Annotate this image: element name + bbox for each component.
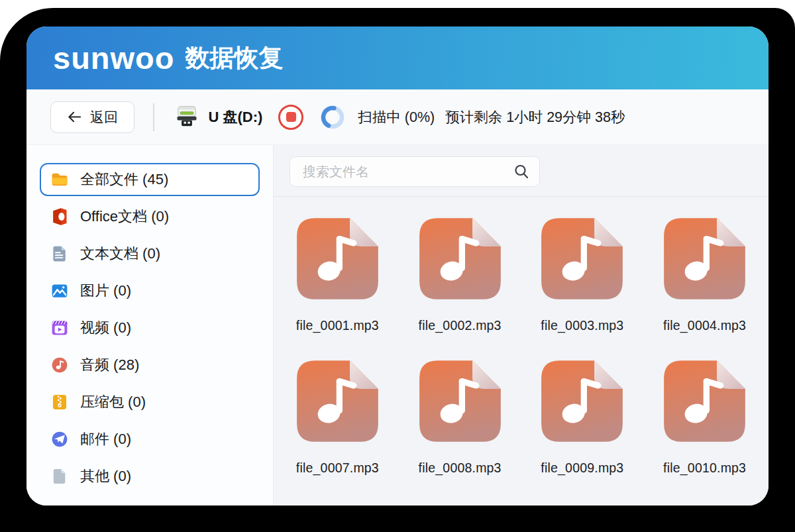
office-logo-icon <box>50 207 69 226</box>
scan-progress-text: 扫描中 (0%) <box>358 107 435 127</box>
audio-icon <box>50 356 69 374</box>
file-name: file_0008.mp3 <box>419 460 502 476</box>
audio-file-icon <box>292 213 383 304</box>
file-card[interactable]: file_0001.mp3 <box>276 213 398 333</box>
file-card[interactable]: file_0003.mp3 <box>521 213 643 333</box>
drive-label: U 盘(D:) <box>209 107 263 127</box>
stop-scan-button[interactable] <box>278 105 303 130</box>
archive-icon <box>50 393 69 411</box>
search-row <box>274 145 768 197</box>
file-name: file_0003.mp3 <box>541 318 623 333</box>
audio-file-icon <box>415 213 505 304</box>
video-icon <box>50 319 69 337</box>
content-area: 全部文件 (45) Office文档 (0) 文本文档 (0) 图片 (0) <box>26 145 768 505</box>
other-file-icon <box>50 467 69 486</box>
mail-icon <box>50 430 69 449</box>
sidebar-item-text-docs[interactable]: 文本文档 (0) <box>40 237 260 270</box>
file-card[interactable]: file_0002.mp3 <box>399 213 521 333</box>
sidebar-item-label: 其他 (0) <box>80 466 131 486</box>
toolbar: 返回 U 盘(D:) <box>26 89 768 145</box>
search-input[interactable] <box>301 164 513 180</box>
file-name: file_0001.mp3 <box>296 318 379 333</box>
sidebar-item-all-files[interactable]: 全部文件 (45) <box>40 163 260 196</box>
left-arrow-icon <box>67 109 82 125</box>
brand-logo: sunwoo <box>53 42 175 74</box>
audio-file-icon <box>415 356 505 447</box>
text-document-icon <box>50 244 69 263</box>
sidebar-item-archives[interactable]: 压缩包 (0) <box>40 386 260 419</box>
audio-file-icon <box>537 356 627 447</box>
sidebar-item-others[interactable]: 其他 (0) <box>40 460 260 493</box>
usb-drive-icon <box>173 103 201 131</box>
drive-selector[interactable]: U 盘(D:) <box>173 103 263 131</box>
scan-status: 扫描中 (0%) 预计剩余 1小时 29分钟 38秒 <box>358 107 625 127</box>
sidebar-item-label: 压缩包 (0) <box>80 392 146 412</box>
sidebar-item-label: 图片 (0) <box>80 281 131 301</box>
file-grid: file_0001.mp3 file_0002.mp3 <box>274 197 768 505</box>
stop-icon <box>286 112 296 122</box>
toolbar-divider <box>153 103 154 131</box>
folder-icon <box>50 170 69 189</box>
search-bar[interactable] <box>290 156 540 187</box>
app-title: 数据恢复 <box>186 46 284 70</box>
sidebar-item-label: 视频 (0) <box>80 318 131 338</box>
file-name: file_0002.mp3 <box>419 318 502 333</box>
sidebar-item-videos[interactable]: 视频 (0) <box>40 311 260 345</box>
scan-spinner-icon <box>321 105 344 129</box>
file-name: file_0009.mp3 <box>541 460 623 476</box>
file-name: file_0007.mp3 <box>296 460 379 476</box>
sidebar-item-images[interactable]: 图片 (0) <box>40 274 260 307</box>
main-panel: file_0001.mp3 file_0002.mp3 <box>274 145 768 505</box>
app-window: sunwoo 数据恢复 返回 U 盘(D <box>26 27 768 505</box>
file-card[interactable]: file_0004.mp3 <box>644 213 766 333</box>
sidebar-item-label: 文本文档 (0) <box>80 244 160 264</box>
sidebar-item-office-docs[interactable]: Office文档 (0) <box>40 200 260 233</box>
audio-file-icon <box>292 356 383 447</box>
image-icon <box>50 282 69 300</box>
file-name: file_0010.mp3 <box>663 460 746 476</box>
search-icon[interactable] <box>513 163 530 180</box>
file-card[interactable]: file_0008.mp3 <box>399 356 521 476</box>
app-header: sunwoo 数据恢复 <box>26 27 768 89</box>
sidebar-item-label: Office文档 (0) <box>80 207 169 227</box>
audio-file-icon <box>659 356 750 447</box>
scan-eta-text: 预计剩余 1小时 29分钟 38秒 <box>445 107 625 127</box>
file-card[interactable]: file_0009.mp3 <box>521 356 643 476</box>
file-card[interactable]: file_0007.mp3 <box>276 356 398 476</box>
sidebar-item-mail[interactable]: 邮件 (0) <box>40 423 260 456</box>
back-button-label: 返回 <box>90 108 118 127</box>
audio-file-icon <box>537 213 627 304</box>
back-button[interactable]: 返回 <box>50 101 134 133</box>
file-name: file_0004.mp3 <box>663 318 746 333</box>
sidebar-item-audio[interactable]: 音频 (28) <box>40 348 260 382</box>
audio-file-icon <box>659 213 750 304</box>
sidebar: 全部文件 (45) Office文档 (0) 文本文档 (0) 图片 (0) <box>26 145 274 505</box>
sidebar-item-label: 音频 (28) <box>80 355 139 375</box>
file-card[interactable]: file_0010.mp3 <box>644 356 766 476</box>
sidebar-item-label: 邮件 (0) <box>80 429 131 449</box>
sidebar-item-label: 全部文件 (45) <box>80 170 168 189</box>
